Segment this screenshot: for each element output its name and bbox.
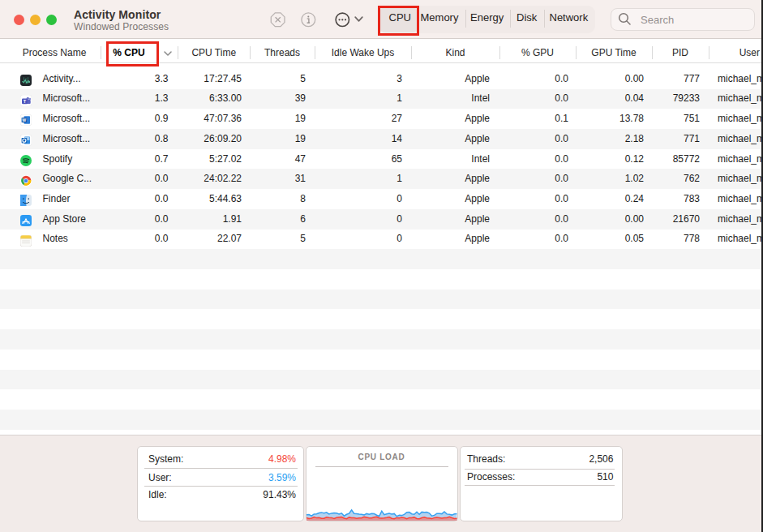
svg-text:W: W [22, 118, 26, 123]
